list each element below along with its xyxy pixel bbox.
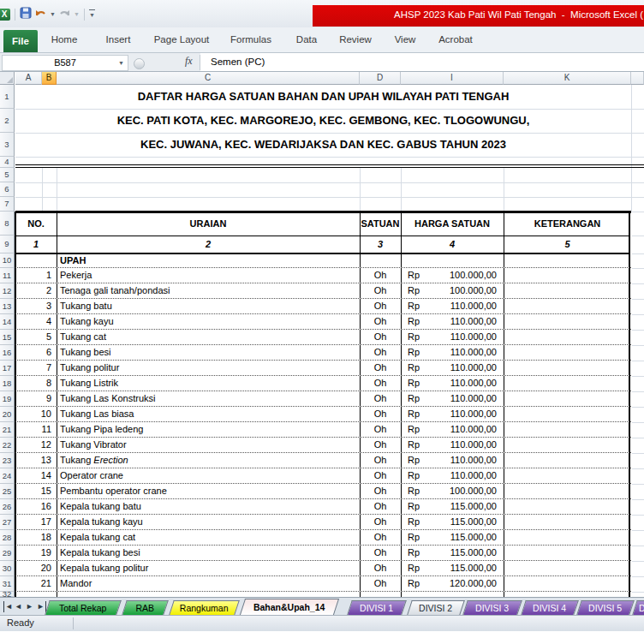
select-all-corner[interactable] (0, 72, 15, 85)
status-ready: Ready (7, 617, 34, 628)
next-sheet-icon[interactable]: ► (26, 601, 33, 612)
column-header-D[interactable]: D (360, 72, 401, 85)
column-header-partial[interactable] (631, 72, 644, 85)
sheet-tab-divisi-2[interactable]: DIVISI 2 (407, 600, 465, 615)
table-row[interactable]: 11Tukang Pipa ledengOhRp110.000,00 (15, 422, 631, 438)
table-row[interactable]: 17Kepala tukang kayuOhRp115.000,00 (15, 515, 631, 530)
row-header-20[interactable]: 20 (0, 407, 15, 422)
row-header-3[interactable]: 3 (0, 133, 15, 157)
column-header-C[interactable]: C (57, 72, 360, 85)
formula-input[interactable]: Semen (PC) (200, 53, 644, 71)
tab-page-layout[interactable]: Page Layout (154, 27, 210, 52)
row-header-30[interactable]: 30 (0, 561, 15, 576)
table-row[interactable]: 18Kepala tukang catOhRp115.000,00 (15, 530, 631, 546)
row-header-29[interactable]: 29 (0, 546, 15, 561)
table-header-cell: HARGA SATUAN (401, 212, 504, 236)
first-sheet-icon[interactable]: ◄ (3, 601, 13, 612)
last-sheet-icon[interactable]: ► (37, 601, 46, 612)
row-header-14[interactable]: 14 (0, 314, 15, 330)
table-row[interactable]: 3Tukang batuOhRp110.000,00 (15, 299, 631, 314)
row-header-25[interactable]: 25 (0, 484, 15, 499)
sheet-tab-divisi-1[interactable]: DIVISI 1 (347, 600, 407, 615)
table-row[interactable]: 5Tukang catOhRp110.000,00 (15, 330, 631, 345)
table-row[interactable]: 16Kepala tukang batuOhRp115.000,00 (15, 499, 631, 515)
tab-data[interactable]: Data (296, 27, 317, 52)
row-header-28[interactable]: 28 (0, 530, 15, 546)
sheet-tab-total-rekap[interactable]: Total Rekap (45, 600, 122, 615)
table-row[interactable]: 7Tukang politurOhRp110.000,00 (15, 361, 631, 376)
row-header-12[interactable]: 12 (0, 283, 15, 299)
undo-dropdown-icon[interactable]: ▼ (50, 10, 56, 19)
table-section-row[interactable]: UPAH (15, 253, 631, 268)
name-box-dropdown-icon[interactable]: ▼ (118, 60, 124, 66)
table-row[interactable]: 12Tukang VibratorOhRp110.000,00 (15, 438, 631, 453)
sheet-tab-rangkuman[interactable]: Rangkuman (169, 600, 240, 615)
sheet-tab-divisi-5[interactable]: DIVISI 5 (576, 600, 635, 615)
table-row[interactable]: 13Tukang ErectionOhRp110.000,00 (15, 453, 631, 468)
row-header-5[interactable]: 5 (0, 168, 15, 182)
table-row[interactable]: 9Tukang Las KonstruksiOhRp110.000,00 (15, 391, 631, 407)
row-header-9[interactable]: 9 (0, 236, 15, 253)
row-header-22[interactable]: 22 (0, 438, 15, 453)
sheet-tab-rab[interactable]: RAB (122, 600, 169, 615)
row-header-2[interactable]: 2 (0, 109, 15, 133)
table-row[interactable]: 2Tenaga gali tanah/pondasiOhRp100.000,00 (15, 283, 631, 299)
tab-home[interactable]: Home (51, 27, 78, 52)
tab-acrobat[interactable]: Acrobat (438, 27, 473, 52)
tab-insert[interactable]: Insert (106, 27, 131, 52)
row-header-1[interactable]: 1 (0, 85, 15, 109)
sheet-tab-bahan-upah-14[interactable]: Bahan&Upah_14 (240, 599, 339, 615)
table-row[interactable]: 10Tukang Las biasaOhRp110.000,00 (15, 407, 631, 422)
row-header-18[interactable]: 18 (0, 376, 15, 391)
row-header-8[interactable]: 8 (0, 212, 15, 236)
separator (84, 9, 85, 21)
customize-quick-access-icon[interactable]: ▼ (89, 9, 95, 21)
table-row[interactable]: 15Pembantu operator craneOhRp100.000,00 (15, 484, 631, 499)
table-row[interactable]: 19Kepala tukang besiOhRp115.000,00 (15, 546, 631, 561)
column-header-I[interactable]: I (401, 72, 504, 85)
undo-icon[interactable] (34, 7, 47, 22)
row-header-4[interactable]: 4 (0, 157, 15, 168)
cell-uraian: Tukang Vibrator (57, 438, 360, 452)
save-icon[interactable] (20, 7, 32, 22)
row-header-21[interactable]: 21 (0, 422, 15, 438)
table-row[interactable]: 6Tukang besiOhRp110.000,00 (15, 345, 631, 361)
row-header-6[interactable]: 6 (0, 182, 15, 197)
column-header-A[interactable]: A (15, 72, 42, 85)
row-header-15[interactable]: 15 (0, 330, 15, 345)
tab-review[interactable]: Review (339, 27, 372, 52)
table-row[interactable]: 21MandorOhRp120.000,00 (15, 576, 631, 592)
sheet-tab-label: DIVISI 5 (580, 601, 631, 615)
column-header-B[interactable]: B (42, 72, 57, 85)
sheet-grid[interactable]: DAFTAR HARGA SATUAN BAHAN DAN UPAH WILAY… (0, 72, 644, 597)
table-row[interactable]: 14Operator craneOhRp110.000,00 (15, 468, 631, 484)
table-row[interactable]: 4Tukang kayuOhRp110.000,00 (15, 314, 631, 330)
row-header-27[interactable]: 27 (0, 515, 15, 530)
tab-formulas[interactable]: Formulas (230, 27, 271, 52)
sheet-tab-divisi-3[interactable]: DIVISI 3 (462, 600, 522, 615)
row-header-26[interactable]: 26 (0, 499, 15, 515)
row-header-13[interactable]: 13 (0, 299, 15, 314)
table-row[interactable]: 8Tukang ListrikOhRp110.000,00 (15, 376, 631, 391)
table-row[interactable]: 1PekerjaOhRp100.000,00 (15, 268, 631, 283)
row-header-16[interactable]: 16 (0, 345, 15, 361)
cell-satuan: Oh (360, 530, 401, 545)
insert-function-icon[interactable]: fx (185, 55, 193, 68)
row-header-19[interactable]: 19 (0, 391, 15, 407)
row-header-7[interactable]: 7 (0, 197, 15, 212)
sheet-tab-divisi-4[interactable]: DIVISI 4 (521, 600, 579, 615)
sheet-tab-d[interactable]: D (632, 600, 644, 615)
name-box[interactable]: B587 (2, 55, 128, 71)
row-header-10[interactable]: 10 (0, 253, 15, 268)
row-header-11[interactable]: 11 (0, 268, 15, 283)
tab-view[interactable]: View (395, 27, 416, 52)
gridline (632, 592, 644, 593)
formula-bar-handle[interactable] (134, 58, 145, 69)
tab-file[interactable]: File (3, 30, 38, 52)
row-header-17[interactable]: 17 (0, 361, 15, 376)
table-row[interactable]: 20Kepala tukang politurOhRp115.000,00 (15, 561, 631, 576)
column-header-K[interactable]: K (504, 72, 631, 85)
row-header-24[interactable]: 24 (0, 468, 15, 484)
row-header-23[interactable]: 23 (0, 453, 15, 468)
previous-sheet-icon[interactable]: ◄ (15, 601, 22, 612)
